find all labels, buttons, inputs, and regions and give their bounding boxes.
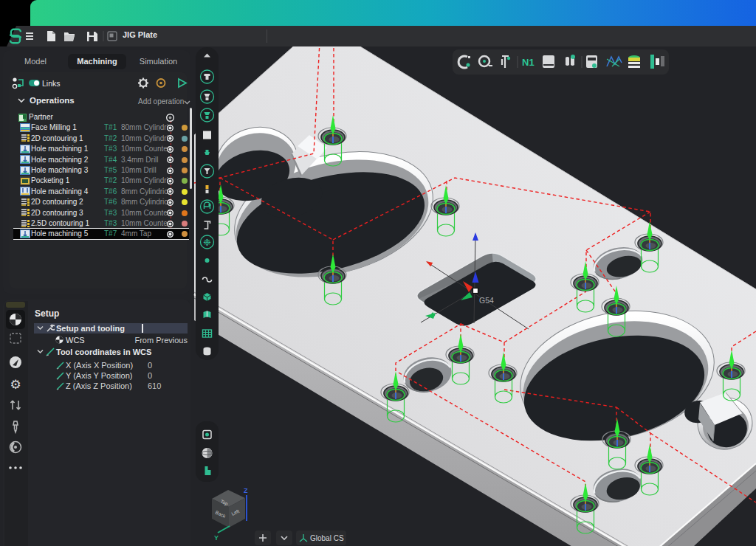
svg-text:Global CS: Global CS	[310, 534, 344, 542]
svg-text:N1: N1	[522, 57, 535, 68]
svg-text:G54: G54	[479, 296, 494, 305]
svg-text:Z: Z	[244, 487, 248, 494]
svg-text:❉: ❉	[203, 237, 211, 248]
svg-text:Y: Y	[214, 534, 219, 542]
svg-text:⚙: ⚙	[10, 378, 21, 392]
